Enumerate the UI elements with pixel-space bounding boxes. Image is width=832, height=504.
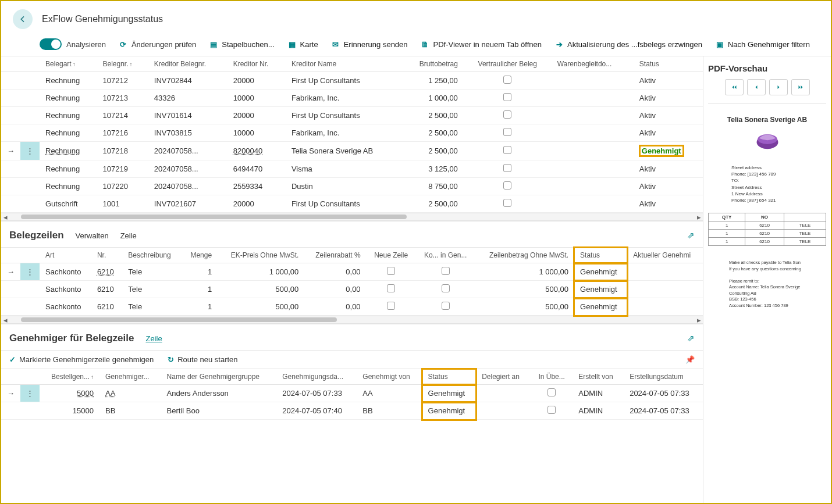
col-neue-zeile[interactable]: Neue Zeile <box>367 248 416 263</box>
table-row[interactable]: Gutschrift1001INV702160720000 First Up C… <box>1 195 703 213</box>
col-erstellt-von[interactable]: Erstellt von <box>573 369 624 385</box>
pin-icon[interactable]: 📌 <box>685 355 695 364</box>
col-nr[interactable]: Nr. <box>91 248 122 263</box>
checkbox[interactable] <box>547 388 556 396</box>
row-actions-button[interactable]: ⋮ <box>20 142 40 160</box>
checkbox[interactable] <box>503 199 511 207</box>
telia-logo-icon <box>755 128 780 153</box>
batch-post-button[interactable]: ▤Stapelbuchen... <box>209 40 274 49</box>
col-lines-status[interactable]: Status <box>574 248 627 263</box>
table-row[interactable]: →⋮ Rechnung107218202407058...8200040 Tel… <box>1 142 703 160</box>
share-icon-2[interactable]: ⇗ <box>687 333 695 344</box>
pdf-prev-button[interactable] <box>747 79 766 95</box>
checkbox[interactable] <box>503 76 511 84</box>
checkbox[interactable] <box>503 146 511 154</box>
col-in-ube[interactable]: In Übe... <box>531 369 573 385</box>
filter-icon: ▣ <box>715 40 724 49</box>
table-row[interactable]: Rechnung107216INV70381510000 Fabrikam, I… <box>1 124 703 142</box>
col-genehmiger[interactable]: Genehmiger... <box>99 369 161 385</box>
check-changes-button[interactable]: ⟳Änderungen prüfen <box>119 40 196 49</box>
col-menge[interactable]: Menge <box>182 248 218 263</box>
col-datum[interactable]: Genehmigungsda... <box>276 369 357 385</box>
col-zeilenbetrag[interactable]: Zeilenbetrag Ohne MwSt. <box>475 248 574 263</box>
row-actions-button[interactable]: ⋮ <box>20 263 40 281</box>
checkbox[interactable] <box>547 406 556 414</box>
col-bruttobetrag[interactable]: Bruttobetrag <box>401 56 464 72</box>
toggle-pill-icon[interactable] <box>40 38 62 50</box>
col-status[interactable]: Status <box>634 56 703 72</box>
col-bestellgen[interactable]: Bestellgen...↑ <box>40 369 99 385</box>
checkbox[interactable] <box>503 181 511 190</box>
col-kreditor-nr[interactable]: Kreditor Nr. <box>227 56 286 72</box>
back-button[interactable] <box>13 9 33 29</box>
col-art[interactable]: Art <box>40 248 91 263</box>
pdf-line-table: QTY NO 16210TELE16210TELE16210TELE <box>708 213 826 246</box>
post-icon: ▤ <box>209 40 218 49</box>
table-row[interactable]: 15000BBBertil Boo2024-07-05 07:40BB Gene… <box>1 402 703 420</box>
col-vertraulich[interactable]: Vertraulicher Beleg <box>464 56 552 72</box>
tab-line[interactable]: Zeile <box>120 231 137 240</box>
share-icon[interactable]: ⇗ <box>687 230 695 241</box>
checkbox[interactable] <box>503 164 511 172</box>
card-button[interactable]: ▦Karte <box>287 40 318 49</box>
table-row[interactable]: →⋮ 5000AAAnders Andersson2024-07-05 07:3… <box>1 385 703 402</box>
col-kreditor-name[interactable]: Kreditor Name <box>286 56 401 72</box>
table-row[interactable]: Sachkonto6210Tele 1500,000,00 500,00 Gen… <box>1 298 703 316</box>
checkbox[interactable] <box>503 93 511 101</box>
main-grid-scrollbar[interactable]: ◂▸ <box>1 213 703 221</box>
pdf-next-button[interactable] <box>769 79 788 95</box>
col-von[interactable]: Genehmigt von <box>357 369 422 385</box>
col-warenbegleit[interactable]: Warenbegleitdo... <box>552 56 634 72</box>
table-row[interactable]: Rechnung107214INV70161420000 First Up Co… <box>1 107 703 124</box>
col-zeilenrabatt[interactable]: Zeilenrabatt % <box>304 248 366 263</box>
refresh-icon: ⟳ <box>119 40 128 49</box>
table-row[interactable]: Rechnung107212INV70284420000 First Up Co… <box>1 72 703 90</box>
filter-approver-button[interactable]: ▣Nach Genehmiger filtern <box>715 40 810 49</box>
checkbox[interactable] <box>387 284 395 292</box>
table-row[interactable]: Sachkonto6210Tele 1500,000,00 500,00 Gen… <box>1 281 703 298</box>
tab-manage[interactable]: Verwalten <box>76 231 109 240</box>
lines-grid[interactable]: Art Nr. Beschreibung Menge EK-Preis Ohne… <box>1 248 703 316</box>
approvers-tab-line[interactable]: Zeile <box>145 334 162 343</box>
table-row[interactable]: Rechnung107219202407058...6494470 Visma3… <box>1 160 703 178</box>
checkbox[interactable] <box>387 267 395 275</box>
approvers-section-title: Genehmiger für Belegzeile <box>9 333 134 344</box>
approvers-grid[interactable]: Bestellgen...↑ Genehmiger... Name der Ge… <box>1 369 703 420</box>
col-belegnr[interactable]: Belegnr.↑ <box>97 56 148 72</box>
approve-marked-button[interactable]: ✓Markierte Genehmigerzeile genehmigen <box>9 355 154 364</box>
table-row[interactable]: Rechnung107220202407058...2559334 Dustin… <box>1 178 703 195</box>
checkbox[interactable] <box>503 128 511 136</box>
restart-route-button[interactable]: ↻Route neu starten <box>168 355 237 364</box>
row-actions-button[interactable]: ⋮ <box>20 385 40 402</box>
analyze-label: Analysieren <box>66 40 106 49</box>
col-ko-in-gen[interactable]: Ko... in Gen... <box>416 248 475 263</box>
col-gruppe[interactable]: Name der Genehmigergruppe <box>161 369 277 385</box>
col-delegiert[interactable]: Delegiert an <box>476 369 531 385</box>
check-icon: ✓ <box>9 355 16 364</box>
documents-grid[interactable]: Belegart↑ Belegnr.↑ Kreditor Belegnr. Kr… <box>1 56 703 213</box>
send-reminder-button[interactable]: ✉Erinnerung senden <box>331 40 408 49</box>
checkbox[interactable] <box>503 110 511 119</box>
col-appr-status[interactable]: Status <box>422 369 477 385</box>
col-ek-preis[interactable]: EK-Preis Ohne MwSt. <box>218 248 304 263</box>
col-beschreibung[interactable]: Beschreibung <box>122 248 182 263</box>
col-belegart[interactable]: Belegart↑ <box>40 56 97 72</box>
checkbox[interactable] <box>387 302 395 310</box>
col-kreditor-belegnr[interactable]: Kreditor Belegnr. <box>148 56 227 72</box>
col-erstellungsdatum[interactable]: Erstellungsdatum <box>624 369 703 385</box>
pdf-preview-pane: PDF-Vorschau Telia Sonera Sverige AB Str… <box>703 56 831 503</box>
card-icon: ▦ <box>287 40 297 49</box>
lines-grid-scrollbar[interactable]: ◂▸ <box>1 316 703 324</box>
analyze-toggle[interactable]: Analysieren <box>40 38 106 50</box>
pdf-first-button[interactable] <box>725 79 744 95</box>
pdf-viewer-button[interactable]: 🗎PDf-Viewer in neuem Tab öffnen <box>421 40 542 49</box>
pdf-last-button[interactable] <box>791 79 810 95</box>
force-update-button[interactable]: ➔Aktualisierung des ...fsbelegs erzwinge… <box>554 40 702 49</box>
checkbox[interactable] <box>442 302 450 310</box>
table-row[interactable]: Rechnung1072134332610000 Fabrikam, Inc.1… <box>1 90 703 107</box>
table-row[interactable]: →⋮ Sachkonto6210Tele 11 000,000,00 1 000… <box>1 263 703 281</box>
page-title: ExFlow Genehmigungsstatus <box>42 14 163 24</box>
col-aktueller[interactable]: Aktueller Genehmi <box>627 248 703 263</box>
checkbox[interactable] <box>442 267 450 275</box>
checkbox[interactable] <box>442 284 450 292</box>
